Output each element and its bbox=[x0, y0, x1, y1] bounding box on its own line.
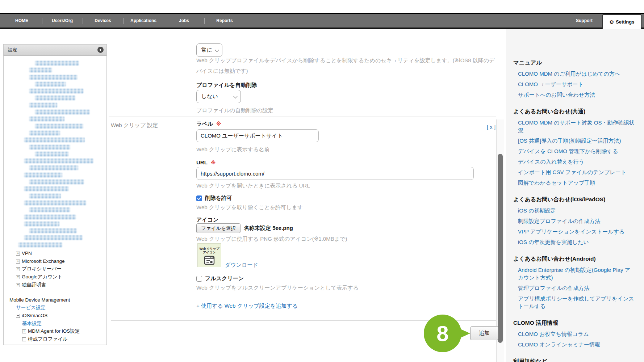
help-section-title: よくあるお問い合わせ(iOS/iPadOS) bbox=[513, 196, 635, 203]
redacted-profile-item bbox=[29, 194, 61, 198]
tree-item[interactable]: −iOS/macOS bbox=[4, 312, 104, 320]
help-link[interactable]: CLOMO お役立ち情報コラム bbox=[513, 330, 635, 338]
settings-tab-label: Settings bbox=[616, 19, 634, 25]
url-input[interactable] bbox=[196, 167, 474, 180]
help-link[interactable]: デバイスを CLOMO 管理下から削除する bbox=[513, 147, 635, 155]
redacted-profile-item bbox=[35, 82, 66, 87]
redacted-profile-item bbox=[24, 159, 93, 163]
collapse-sidebar-button[interactable] bbox=[97, 47, 104, 53]
tab-settings[interactable]: ⚙ Settings bbox=[602, 14, 641, 29]
help-link[interactable]: サポートへのお問い合わせ方法 bbox=[513, 91, 635, 98]
settings-tree: +VPN +Microsoft Exchange +プロキシサーバー +Goog… bbox=[4, 56, 106, 343]
tree-item-label: 構成プロファイル bbox=[28, 336, 68, 342]
delete-allow-row: 削除を許可 bbox=[196, 195, 232, 202]
delete-allow-checkbox[interactable] bbox=[196, 195, 202, 201]
redacted-profile-item bbox=[24, 222, 59, 226]
redacted-profile-item bbox=[24, 215, 76, 219]
expander-icon[interactable]: + bbox=[16, 252, 20, 256]
redacted-profile-item bbox=[24, 201, 86, 205]
redacted-profile-item bbox=[29, 165, 78, 170]
expander-icon[interactable]: − bbox=[22, 337, 26, 341]
tree-item[interactable]: 基本設定 bbox=[4, 320, 104, 328]
download-link[interactable]: ダウンロード bbox=[225, 262, 258, 269]
file-select-button[interactable]: ファイルを選択 bbox=[196, 223, 241, 233]
icon-field-label: アイコン bbox=[196, 216, 218, 223]
expander-icon[interactable]: + bbox=[16, 260, 20, 264]
settings-sidebar: 設定 bbox=[3, 44, 107, 345]
add-button[interactable]: 追加 bbox=[470, 326, 498, 340]
tree-item-label: iOS/macOS bbox=[22, 313, 47, 318]
nav-item[interactable]: Jobs bbox=[164, 14, 204, 28]
selected-filename: 名称未設定 5ee.png bbox=[244, 225, 293, 232]
label-help: Web クリップに表示する名前 bbox=[196, 144, 269, 155]
tree-item[interactable]: Mobile Device Management bbox=[4, 296, 104, 304]
tree-item[interactable]: +独自証明書 bbox=[4, 281, 104, 289]
fullscreen-checkbox[interactable] bbox=[196, 276, 202, 282]
chevron-down-icon bbox=[233, 94, 237, 98]
redacted-profile-item bbox=[35, 124, 83, 129]
help-link[interactable]: 管理プロファイルの作成方法 bbox=[513, 284, 635, 292]
help-link[interactable]: CLOMO オンラインセミナー情報 bbox=[513, 341, 635, 348]
scrollbar-thumb[interactable] bbox=[498, 154, 503, 343]
redacted-profile-item bbox=[35, 96, 75, 100]
url-field-label: URL※ bbox=[196, 159, 216, 165]
redacted-profile-item bbox=[29, 207, 70, 212]
tree-item[interactable]: +プロキシサーバー bbox=[4, 265, 104, 273]
url-help: Web クリップを開いたときに表示される URL bbox=[196, 180, 310, 191]
help-section-title: CLOMO 活用情報 bbox=[513, 319, 635, 327]
nav-item[interactable]: Devices bbox=[83, 14, 123, 28]
auto-delete-select[interactable]: しない bbox=[196, 90, 241, 103]
security-select-value: 常に bbox=[201, 47, 212, 54]
add-webclip-settings-link[interactable]: + 使用する Web クリップ設定を追加する bbox=[196, 303, 298, 310]
url-text: URL bbox=[196, 159, 208, 165]
redacted-profile-item bbox=[29, 131, 60, 135]
help-link[interactable]: [OS 共通]導入の手順(初期設定〜活用方法) bbox=[513, 137, 635, 144]
delete-allow-label: 削除を許可 bbox=[205, 195, 232, 202]
help-link[interactable]: CLOMO MDM のサポート対象 OS・動作確認状況 bbox=[513, 119, 635, 134]
security-help-text: Web クリッププロファイルをデバイスから削除することを制限するためのセキュリテ… bbox=[196, 55, 495, 76]
tree-item-label: Microsoft Exchange bbox=[22, 258, 65, 264]
tree-item[interactable]: +Microsoft Exchange bbox=[4, 257, 104, 265]
expander-icon[interactable]: − bbox=[16, 314, 20, 318]
expander-icon[interactable]: + bbox=[16, 267, 20, 271]
nav-item[interactable]: Users/Org bbox=[42, 14, 83, 28]
tree-item[interactable]: +Googleアカウント bbox=[4, 273, 104, 281]
nav-item[interactable]: Reports bbox=[204, 14, 245, 28]
expander-icon[interactable]: + bbox=[16, 283, 20, 287]
thumb-caption-1: Web クリップ bbox=[198, 247, 221, 251]
redacted-profile-item bbox=[24, 235, 83, 240]
redacted-profile-item bbox=[29, 228, 77, 233]
expander-icon[interactable]: + bbox=[16, 275, 20, 279]
tree-item[interactable]: −構成プロファイル bbox=[4, 335, 104, 343]
help-link[interactable]: 図解でわかるセットアップ手順 bbox=[513, 179, 635, 186]
help-link[interactable]: アプリ構成ポリシーを作成してアプリをインストールする bbox=[513, 295, 635, 310]
help-link[interactable]: デバイスの入れ替えを行う bbox=[513, 158, 635, 165]
help-link[interactable]: VPP アプリケーションをインストールする bbox=[513, 228, 635, 235]
nav-item[interactable]: HOME bbox=[1, 14, 42, 28]
help-link[interactable]: iOS の年次更新を実施したい bbox=[513, 238, 635, 246]
help-section-title: よくあるお問い合わせ(共通) bbox=[513, 108, 635, 115]
remove-webclip-link[interactable]: [ x ] bbox=[487, 124, 495, 130]
nav-item-support[interactable]: Support bbox=[576, 14, 593, 28]
help-link[interactable]: CLOMO MDM のご利用がはじめての方へ bbox=[513, 70, 635, 77]
label-input[interactable] bbox=[196, 129, 319, 142]
tree-item[interactable]: サービス設定 bbox=[4, 304, 104, 312]
expander-icon[interactable]: + bbox=[22, 329, 26, 333]
tree-item[interactable]: +MDM Agent for iOS設定 bbox=[4, 327, 104, 335]
help-link[interactable]: 制限設定プロファイルの作成方法 bbox=[513, 217, 635, 225]
scrollbar-track[interactable] bbox=[496, 119, 504, 362]
tree-item[interactable]: +VPN bbox=[4, 249, 104, 257]
fullscreen-row: フルスクリーン bbox=[196, 275, 244, 282]
help-link[interactable]: iOS の初期設定 bbox=[513, 207, 635, 214]
top-navigation-bar: HOME Users/Org Devices Applications Jobs… bbox=[0, 13, 644, 29]
help-panel: マニュアル CLOMO MDM のご利用がはじめての方へ CLOMO ユーザーサ… bbox=[506, 29, 644, 362]
help-link[interactable]: Android Enterprise の初期設定(Google Play アカウ… bbox=[513, 266, 635, 281]
help-section-title: マニュアル bbox=[513, 59, 635, 67]
help-link[interactable]: インポート用 CSV ファイルのテンプレート bbox=[513, 168, 635, 176]
redacted-profile-item bbox=[35, 152, 69, 156]
nav-item[interactable]: Applications bbox=[123, 14, 164, 28]
tree-item-label: Googleアカウント bbox=[22, 274, 63, 279]
chevron-down-icon bbox=[215, 48, 219, 52]
help-link[interactable]: CLOMO ユーザーサポート bbox=[513, 80, 635, 88]
tree-item-label: サービス設定 bbox=[16, 305, 46, 310]
